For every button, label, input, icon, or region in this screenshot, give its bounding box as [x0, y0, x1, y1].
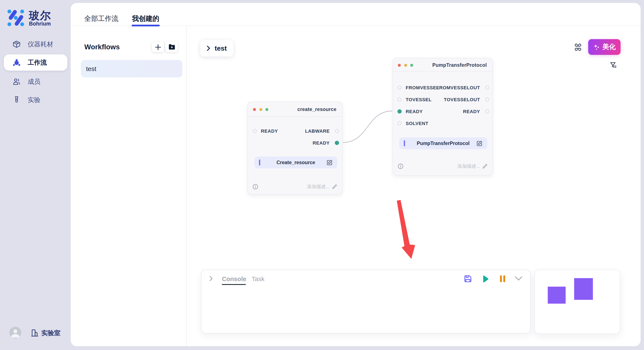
layout-grid-button[interactable] [574, 43, 582, 53]
beautify-button[interactable]: 美化 [588, 39, 620, 55]
port-label: READY [261, 128, 278, 134]
brand-subtitle: Bohrium [29, 21, 51, 27]
port-label: TOVESSEL [406, 97, 432, 102]
import-folder-button[interactable] [165, 42, 178, 52]
bohrium-logo-icon [6, 8, 25, 27]
node-pump-transfer-protocol[interactable]: PumpTransferProtocol FROMVESSEL FROMVESS… [393, 58, 493, 176]
port-out-labware[interactable] [335, 129, 339, 133]
node-action-pill[interactable]: PumpTransferProtocol [399, 137, 487, 149]
node-action-pill[interactable]: Create_resource [254, 156, 337, 169]
pencil-icon[interactable] [482, 164, 488, 169]
pill-label: Create_resource [254, 160, 337, 165]
breadcrumb-label: test [215, 44, 227, 52]
console-tab[interactable]: Console [222, 276, 246, 282]
port-label: TOVESSELOUT [444, 97, 480, 102]
sparkles-icon [593, 44, 600, 50]
command-icon [574, 43, 582, 51]
app-window: 玻尔 Bohrium 仪器耗材 [0, 0, 644, 350]
play-icon [481, 275, 490, 283]
edit-icon[interactable] [327, 160, 333, 166]
info-icon[interactable] [252, 184, 258, 189]
run-button[interactable] [481, 275, 490, 283]
minimap-panel[interactable] [534, 270, 620, 334]
port-label: FROMVESSELOUT [436, 85, 480, 90]
tab-all-workflows[interactable]: 全部工作流 [84, 14, 118, 23]
node-title: PumpTransferProtocol [432, 62, 487, 67]
lab-switcher-label[interactable]: 实验室 [41, 329, 60, 337]
info-icon[interactable] [398, 164, 403, 169]
console-panel: Console Task [201, 270, 531, 334]
node-header: PumpTransferProtocol [393, 58, 492, 72]
plus-icon [154, 44, 162, 50]
tab-my-created[interactable]: 我创建的 [132, 14, 159, 23]
minimap-node-pump [574, 278, 593, 300]
workflow-list-item-test[interactable]: test [81, 60, 182, 77]
sidebar-item-label: 成员 [28, 78, 40, 86]
port-label: FROMVESSEL [406, 85, 439, 90]
port-out-tovesselout[interactable] [485, 98, 489, 101]
chevron-right-icon [206, 45, 210, 51]
port-label: LABWARE [305, 128, 330, 134]
traffic-green-dot [410, 64, 413, 67]
port-label: READY [313, 140, 330, 145]
port-label: READY [463, 109, 480, 114]
add-workflow-button[interactable] [152, 42, 164, 52]
sidebar-item-experiments[interactable]: 实验 [4, 92, 67, 108]
sidebar-item-label: 工作流 [28, 58, 47, 67]
sidebar-item-members[interactable]: 成员 [4, 74, 67, 90]
brand-title: 玻尔 [29, 8, 51, 22]
avatar[interactable] [9, 327, 21, 339]
port-label: READY [406, 109, 423, 114]
port-in-solvent[interactable] [398, 121, 401, 125]
folder-download-icon [168, 44, 175, 50]
traffic-green-dot [265, 108, 268, 111]
port-label: SOLVENT [406, 121, 428, 126]
port-in-ready[interactable] [397, 109, 402, 114]
port-out-ready[interactable] [335, 141, 339, 145]
task-tab[interactable]: Task [252, 276, 264, 282]
node-description-placeholder[interactable]: 添加描述... [458, 163, 480, 170]
pill-label: PumpTransferProtocol [399, 141, 487, 146]
console-active-underline [222, 284, 246, 285]
minimap-node-create-resource [548, 287, 566, 304]
pause-button[interactable] [499, 275, 506, 283]
chevron-down-icon [514, 276, 522, 281]
filter-button[interactable] [610, 62, 617, 71]
traffic-red-dot [253, 108, 256, 111]
workflows-panel-title: Workflows [84, 43, 120, 51]
members-icon [12, 77, 21, 86]
building-icon [30, 328, 39, 339]
console-expand-chevron-icon[interactable] [209, 276, 213, 282]
sidebar-item-instruments[interactable]: 仪器耗材 [4, 36, 67, 52]
node-create-resource[interactable]: create_resource READY LABWARE READY Crea… [248, 102, 342, 195]
node-description-placeholder[interactable]: 添加描述... [307, 183, 330, 190]
port-in-tovessel[interactable] [398, 98, 401, 101]
pencil-icon[interactable] [332, 184, 337, 189]
save-icon [464, 275, 472, 283]
node-title: create_resource [297, 107, 336, 112]
node-header: create_resource [248, 102, 342, 117]
pause-icon [499, 275, 506, 283]
port-in-ready[interactable] [252, 129, 256, 133]
sidebar-item-workflows[interactable]: 工作流 [4, 54, 67, 71]
console-collapse-button[interactable] [514, 276, 522, 281]
port-out-fromvesselout[interactable] [485, 86, 489, 90]
port-out-ready[interactable] [485, 110, 489, 113]
save-button[interactable] [464, 275, 472, 283]
panel-divider [186, 26, 186, 346]
traffic-yellow-dot [259, 108, 262, 111]
sidebar-item-label: 仪器耗材 [28, 40, 53, 48]
logo: 玻尔 Bohrium [6, 8, 68, 27]
workflow-item-name: test [86, 65, 96, 72]
traffic-red-dot [398, 64, 401, 67]
workflow-icon [12, 58, 21, 67]
main-panel: 全部工作流 我创建的 Workflows test test [71, 3, 640, 346]
canvas-breadcrumb[interactable]: test [200, 40, 234, 57]
test-tube-icon [12, 96, 21, 104]
package-icon [12, 40, 21, 48]
sidebar-item-label: 实验 [28, 96, 40, 104]
beautify-button-label: 美化 [602, 42, 616, 51]
active-tab-underline [132, 25, 160, 26]
port-in-fromvessel[interactable] [398, 86, 401, 90]
edit-icon[interactable] [476, 140, 482, 146]
